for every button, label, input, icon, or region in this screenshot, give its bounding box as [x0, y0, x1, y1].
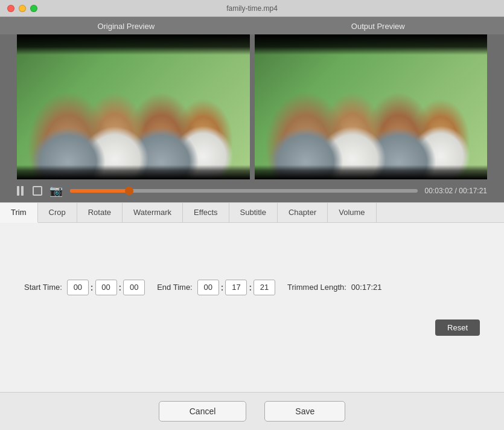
- tab-watermark[interactable]: Watermark: [123, 203, 183, 222]
- window-title: family-time.mp4: [226, 4, 278, 13]
- start-hour-input[interactable]: [67, 280, 89, 295]
- start-second-input[interactable]: [123, 280, 145, 295]
- preview-section: Original Preview Output Preview: [0, 17, 504, 202]
- output-preview-label: Output Preview: [252, 22, 505, 31]
- pause-button[interactable]: [17, 186, 25, 196]
- reset-row: Reset: [24, 319, 480, 336]
- preview-videos: [0, 34, 504, 179]
- time-display: 00:03:02 / 00:17:21: [425, 187, 487, 195]
- bottom-bar: Cancel Save: [0, 392, 504, 430]
- titlebar: family-time.mp4: [0, 0, 504, 17]
- tab-effects[interactable]: Effects: [183, 203, 229, 222]
- tabs-section: Trim Crop Rotate Watermark Effects Subti…: [0, 202, 504, 392]
- end-time-label: End Time:: [157, 283, 193, 292]
- start-minute-input[interactable]: [95, 280, 117, 295]
- original-preview-label: Original Preview: [0, 22, 252, 31]
- minimize-button[interactable]: [19, 5, 26, 12]
- save-button[interactable]: Save: [264, 401, 345, 422]
- start-time-group: Start Time: : :: [24, 280, 145, 295]
- stop-button[interactable]: [33, 186, 42, 196]
- end-second-input[interactable]: [254, 280, 275, 295]
- end-time-fields: : :: [197, 280, 275, 295]
- cancel-button[interactable]: Cancel: [159, 401, 247, 422]
- progress-thumb: [125, 187, 133, 195]
- preview-labels: Original Preview Output Preview: [0, 17, 504, 34]
- maximize-button[interactable]: [30, 5, 37, 12]
- tab-rotate[interactable]: Rotate: [77, 203, 123, 222]
- trimmed-length-label: Trimmed Length:: [287, 283, 346, 292]
- screenshot-button[interactable]: 📷: [49, 184, 63, 197]
- camera-icon: 📷: [49, 184, 63, 197]
- close-button[interactable]: [7, 5, 14, 12]
- tab-volume[interactable]: Volume: [328, 203, 376, 222]
- start-sep-2: :: [119, 283, 122, 292]
- trim-tab-content: Start Time: : : End Time: : :: [0, 223, 504, 392]
- reset-button[interactable]: Reset: [435, 319, 480, 336]
- tab-crop[interactable]: Crop: [38, 203, 77, 222]
- trimmed-length-group: Trimmed Length: 00:17:21: [287, 283, 381, 292]
- pause-icon: [17, 186, 25, 196]
- end-minute-input[interactable]: [225, 280, 247, 295]
- trimmed-length-value: 00:17:21: [351, 283, 382, 292]
- tab-chapter[interactable]: Chapter: [278, 203, 328, 222]
- end-time-group: End Time: : :: [157, 280, 275, 295]
- stop-icon: [33, 186, 42, 196]
- end-sep-2: :: [249, 283, 252, 292]
- tab-subtitle[interactable]: Subtitle: [229, 203, 278, 222]
- progress-bar[interactable]: [70, 189, 418, 193]
- end-hour-input[interactable]: [197, 280, 219, 295]
- tab-trim[interactable]: Trim: [0, 203, 38, 223]
- start-time-fields: : :: [67, 280, 145, 295]
- controls-bar: 📷 00:03:02 / 00:17:21: [0, 179, 504, 202]
- original-video-frame: [17, 34, 250, 179]
- output-video-frame: [255, 34, 488, 179]
- end-sep-1: :: [221, 283, 224, 292]
- start-sep-1: :: [91, 283, 94, 292]
- progress-fill: [70, 189, 129, 193]
- tabs-bar: Trim Crop Rotate Watermark Effects Subti…: [0, 203, 504, 223]
- trim-time-row: Start Time: : : End Time: : :: [24, 280, 480, 295]
- window-controls: [7, 5, 37, 12]
- start-time-label: Start Time:: [24, 283, 62, 292]
